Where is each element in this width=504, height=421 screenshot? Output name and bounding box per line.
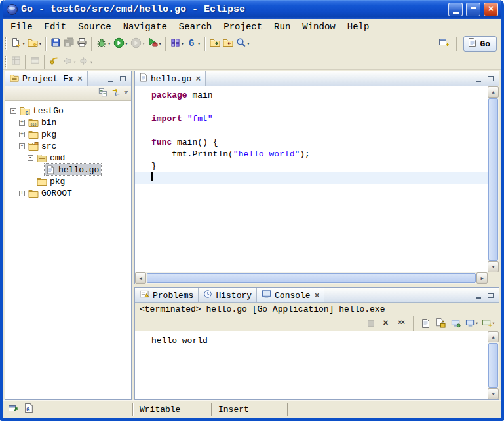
- tab-history[interactable]: History: [199, 288, 257, 302]
- tree-item-pkg[interactable]: pkg: [8, 175, 131, 187]
- new-wizard-button[interactable]: ▾: [10, 36, 26, 52]
- dropdown-arrow-icon[interactable]: ▾: [90, 60, 92, 65]
- tree-item-goroot[interactable]: +GOROOT: [8, 187, 131, 199]
- code-line-7[interactable]: }: [135, 160, 488, 172]
- tab-console[interactable]: Console×: [257, 288, 324, 302]
- dropdown-arrow-icon[interactable]: ▾: [476, 321, 478, 326]
- dropdown-arrow-icon[interactable]: ▾: [159, 41, 161, 46]
- scroll-track[interactable]: [488, 98, 499, 261]
- print-button[interactable]: [75, 36, 88, 52]
- toolbar-grip[interactable]: [5, 56, 7, 69]
- minimize-view-button[interactable]: [473, 74, 483, 84]
- code-line-6[interactable]: fmt.Println("hello world");: [135, 149, 488, 160]
- last-edit-location-button[interactable]: [48, 54, 61, 70]
- scroll-down-button[interactable]: ▼: [488, 261, 499, 272]
- view-menu-button[interactable]: ▽: [125, 90, 128, 96]
- save-all-button[interactable]: [62, 36, 75, 52]
- dropdown-arrow-icon[interactable]: ▾: [198, 41, 201, 46]
- title-bar[interactable]: Go - testGo/src/cmd/hello.go - Eclipse ×: [3, 0, 501, 19]
- scroll-track[interactable]: [146, 272, 476, 284]
- scroll-down-button[interactable]: ▼: [488, 388, 499, 399]
- collapse-handle-icon[interactable]: -: [10, 108, 16, 114]
- external-tools-button[interactable]: ▾: [146, 36, 163, 52]
- code-area[interactable]: package mainimport "fmt"func main() { fm…: [135, 86, 488, 272]
- maximize-view-button[interactable]: [486, 291, 495, 301]
- expand-handle-icon[interactable]: +: [19, 132, 25, 137]
- minimize-button[interactable]: [448, 3, 463, 16]
- expand-handle-icon[interactable]: +: [19, 120, 25, 126]
- new-go-app-button[interactable]: ▾: [169, 36, 185, 52]
- clear-console-button[interactable]: [420, 317, 432, 330]
- tree-item-hello-go[interactable]: hello.go: [8, 164, 131, 175]
- minimize-view-button[interactable]: [106, 74, 115, 84]
- code-line-2[interactable]: [135, 101, 488, 113]
- tree-item-src[interactable]: -src: [8, 140, 131, 152]
- scroll-up-button[interactable]: ▲: [488, 331, 499, 342]
- code-line-3[interactable]: import "fmt": [135, 113, 488, 125]
- scroll-left-button[interactable]: ◀: [135, 272, 146, 284]
- menu-search[interactable]: Search: [173, 20, 218, 33]
- scroll-right-button[interactable]: ▶: [476, 272, 488, 284]
- dropdown-arrow-icon[interactable]: ▾: [107, 41, 110, 46]
- run-last-button[interactable]: ▾: [129, 36, 146, 52]
- search-button[interactable]: ▾: [235, 36, 251, 52]
- menu-run[interactable]: Run: [268, 20, 296, 33]
- open-perspective-button[interactable]: [437, 36, 450, 52]
- dropdown-arrow-icon[interactable]: ▾: [39, 41, 41, 46]
- scroll-lock-button[interactable]: [435, 317, 447, 330]
- new-project-button[interactable]: ▾: [26, 36, 43, 52]
- tab-problems[interactable]: Problems: [135, 288, 199, 302]
- link-with-editor-button[interactable]: [111, 88, 121, 99]
- go-status-button[interactable]: G: [24, 403, 33, 416]
- remove-all-launches-button[interactable]: ××: [395, 317, 407, 330]
- scroll-thumb[interactable]: [488, 343, 498, 388]
- save-button[interactable]: [49, 36, 62, 52]
- dropdown-arrow-icon[interactable]: ▾: [247, 41, 250, 46]
- tree-item-bin[interactable]: +010bin: [8, 117, 131, 128]
- menu-help[interactable]: Help: [341, 20, 376, 33]
- minimize-view-button[interactable]: [473, 291, 483, 301]
- menu-window[interactable]: Window: [296, 20, 341, 33]
- pin-editor-button[interactable]: [10, 54, 22, 70]
- scroll-up-button[interactable]: ▲: [488, 86, 499, 98]
- pin-console-button[interactable]: [450, 317, 462, 330]
- link-with-editor-button[interactable]: [29, 54, 41, 70]
- debug-button[interactable]: ▾: [95, 36, 111, 52]
- tree-item-testgo[interactable]: -GtestGo: [8, 105, 131, 117]
- close-view-icon[interactable]: ×: [77, 75, 83, 83]
- menu-navigate[interactable]: Navigate: [117, 20, 173, 33]
- editor-horizontal-scrollbar[interactable]: ◀ ▶: [135, 272, 488, 284]
- maximize-button[interactable]: [466, 3, 480, 16]
- scroll-thumb[interactable]: [488, 98, 498, 261]
- editor-body[interactable]: package mainimport "fmt"func main() { fm…: [135, 86, 499, 284]
- dropdown-arrow-icon[interactable]: ▾: [492, 321, 495, 326]
- dropdown-arrow-icon[interactable]: ▾: [142, 41, 145, 46]
- menu-edit[interactable]: Edit: [39, 20, 73, 33]
- export-button[interactable]: [222, 36, 235, 52]
- toolbar-grip[interactable]: [5, 37, 7, 50]
- tree-item-cmd[interactable]: -cmd: [8, 152, 131, 164]
- scroll-thumb[interactable]: [147, 273, 476, 283]
- maximize-view-button[interactable]: [486, 74, 495, 84]
- dropdown-arrow-icon[interactable]: ▾: [181, 41, 184, 46]
- tab-hello-go[interactable]: hello.go ×: [135, 71, 206, 86]
- code-line-8[interactable]: [135, 172, 488, 184]
- go-tools-button[interactable]: G▾: [185, 36, 202, 52]
- tree-item-pkg[interactable]: +pkg: [8, 128, 131, 140]
- dropdown-arrow-icon[interactable]: ▾: [22, 41, 25, 46]
- dropdown-arrow-icon[interactable]: ▾: [125, 41, 128, 46]
- menu-source[interactable]: Source: [72, 20, 117, 33]
- scroll-track[interactable]: [488, 342, 499, 388]
- terminate-button[interactable]: [365, 317, 377, 330]
- expand-handle-icon[interactable]: +: [19, 191, 25, 196]
- code-line-1[interactable]: package main: [135, 90, 488, 101]
- import-button[interactable]: [208, 36, 222, 52]
- run-button[interactable]: ▾: [112, 36, 129, 52]
- back-button[interactable]: ▾: [61, 54, 77, 70]
- menu-project[interactable]: Project: [218, 20, 268, 33]
- close-button[interactable]: ×: [484, 3, 498, 16]
- console-vertical-scrollbar[interactable]: ▲ ▼: [488, 331, 499, 399]
- remove-launch-button[interactable]: ×: [380, 317, 392, 330]
- close-editor-icon[interactable]: ×: [195, 75, 201, 83]
- perspective-go-button[interactable]: Go: [463, 36, 497, 52]
